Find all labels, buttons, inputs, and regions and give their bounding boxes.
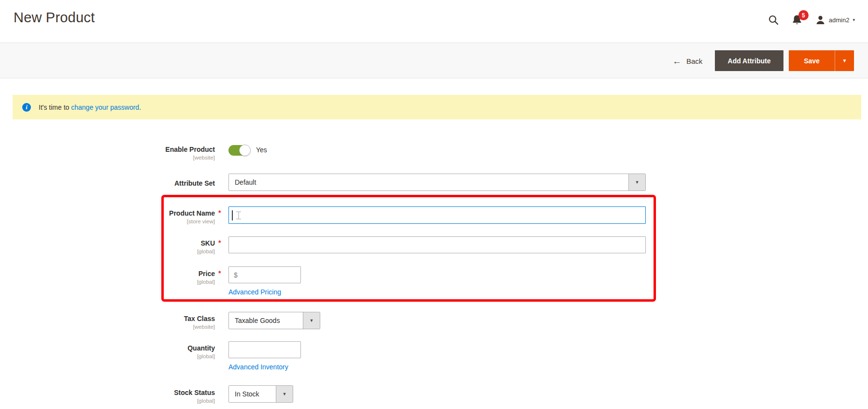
sku-scope: [global]: [0, 248, 215, 254]
enable-product-value: Yes: [256, 146, 267, 154]
product-name-input[interactable]: [228, 206, 646, 224]
quantity-label: Quantity: [0, 344, 215, 352]
quantity-input[interactable]: [228, 341, 301, 358]
info-icon: i: [22, 103, 31, 112]
stock-status-scope: [global]: [0, 398, 215, 404]
password-notice-bar: i It's time to change your password.: [13, 95, 861, 119]
required-asterisk: *: [218, 269, 221, 277]
advanced-pricing-link[interactable]: Advanced Pricing: [228, 288, 281, 296]
product-name-scope: [store view]: [0, 219, 215, 224]
sku-label: SKU: [0, 239, 215, 247]
tax-class-select[interactable]: Taxable Goods ▼: [228, 312, 320, 329]
text-cursor: [232, 210, 233, 220]
user-name: admin2: [829, 16, 850, 24]
tax-class-scope: [website]: [0, 324, 215, 330]
attribute-set-value: Default: [229, 174, 628, 190]
action-toolbar: ← Back Add Attribute Save ▼: [0, 43, 868, 78]
enable-product-toggle[interactable]: [228, 145, 250, 156]
price-field: $: [228, 266, 301, 283]
admin-user-menu[interactable]: admin2 ▾: [815, 15, 855, 25]
price-scope: [global]: [0, 279, 215, 285]
back-label: Back: [686, 57, 702, 65]
notice-suffix: .: [139, 103, 141, 111]
chevron-down-icon: ▾: [853, 17, 855, 22]
save-options-toggle[interactable]: ▼: [835, 50, 854, 71]
tax-class-value: Taxable Goods: [229, 312, 303, 329]
search-icon[interactable]: [768, 15, 779, 25]
notice-prefix: It's time to: [39, 103, 71, 111]
advanced-inventory-link[interactable]: Advanced Inventory: [228, 363, 288, 371]
price-label: Price: [0, 270, 215, 278]
quantity-scope: [global]: [0, 353, 215, 359]
save-split-button: Save ▼: [789, 50, 854, 71]
caret-down-icon: ▼: [842, 58, 847, 63]
page-title: New Product: [14, 10, 95, 26]
required-asterisk: *: [218, 239, 221, 247]
required-asterisk: *: [218, 209, 221, 217]
sku-input[interactable]: [228, 236, 646, 253]
currency-symbol: $: [234, 271, 238, 279]
stock-status-label: Stock Status: [0, 389, 215, 396]
enable-product-scope: [website]: [0, 155, 215, 161]
add-attribute-button[interactable]: Add Attribute: [715, 50, 783, 71]
attribute-set-label: Attribute Set: [0, 179, 215, 187]
caret-down-icon: ▼: [628, 174, 645, 190]
save-button[interactable]: Save: [789, 50, 835, 71]
caret-down-icon: ▼: [276, 386, 293, 402]
caret-down-icon: ▼: [303, 312, 320, 329]
toggle-knob: [239, 145, 251, 156]
back-button[interactable]: ← Back: [672, 43, 702, 79]
stock-status-value: In Stock: [229, 386, 276, 402]
ibeam-cursor-icon: [236, 211, 241, 219]
tax-class-label: Tax Class: [0, 315, 215, 322]
attribute-set-select[interactable]: Default ▼: [228, 174, 646, 191]
change-password-link[interactable]: change your password: [71, 103, 139, 111]
back-arrow-icon: ←: [672, 57, 682, 66]
notifications-button[interactable]: 5: [791, 14, 803, 26]
price-input[interactable]: [240, 271, 296, 279]
header-actions: 5 admin2 ▾: [768, 12, 855, 28]
stock-status-select[interactable]: In Stock ▼: [228, 385, 293, 403]
notification-count-badge: 5: [798, 10, 809, 20]
user-icon: [815, 15, 825, 25]
notice-text: It's time to change your password.: [39, 103, 141, 111]
enable-product-label: Enable Product: [0, 146, 215, 153]
product-name-label: Product Name: [0, 209, 215, 217]
page-header: New Product 5 admin2 ▾: [0, 0, 868, 43]
